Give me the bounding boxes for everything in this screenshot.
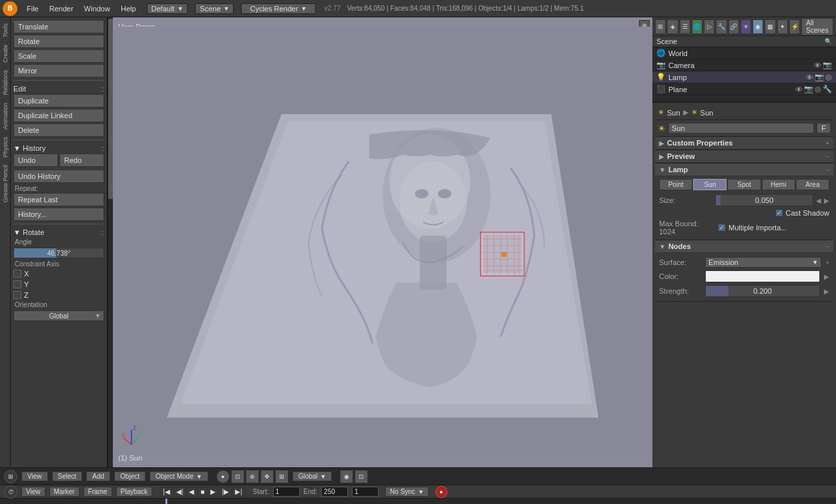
- x-checkbox[interactable]: [13, 270, 21, 278]
- menu-help[interactable]: Help: [116, 3, 142, 14]
- duplicate-linked-button[interactable]: Duplicate Linked: [13, 109, 104, 122]
- multiple-importa-checkbox[interactable]: ✓: [718, 224, 726, 232]
- layout-selector[interactable]: Default ▼: [147, 3, 188, 14]
- animation-tab[interactable]: Animation: [1, 99, 9, 132]
- right-toolbar-tex-btn[interactable]: ▦: [765, 19, 775, 34]
- engine-selector[interactable]: Cycles Render ▼: [241, 3, 315, 14]
- plane-render-icon[interactable]: 📷: [804, 85, 813, 93]
- timeline-icon[interactable]: ⏱: [4, 485, 17, 499]
- right-toolbar-display-btn[interactable]: ☰: [680, 19, 690, 34]
- left-panel-scrollbar[interactable]: [108, 17, 113, 467]
- timeline-ruler[interactable]: -50 -10 0 50 100 150 200 250 300: [0, 499, 836, 504]
- preview-header[interactable]: ▶ Preview −: [655, 150, 833, 163]
- strength-arrow[interactable]: ▶: [824, 288, 829, 295]
- physics-tab[interactable]: Physics: [1, 134, 9, 160]
- scene-selector[interactable]: Scene ▼: [195, 3, 234, 14]
- surface-dropdown[interactable]: Emission ▼: [705, 257, 821, 268]
- lamp-select-icon[interactable]: ◎: [825, 73, 832, 81]
- start-frame-input[interactable]: [273, 487, 300, 497]
- frame-end-btn[interactable]: ▶|: [232, 487, 245, 497]
- delete-button[interactable]: Delete: [13, 123, 104, 137]
- play-btn[interactable]: ▶: [208, 487, 218, 497]
- duplicate-button[interactable]: Duplicate: [13, 94, 104, 107]
- outliner-search[interactable]: 🔍: [825, 38, 832, 45]
- plane-row[interactable]: ⬛ Plane 👁 📷 ◎ 🔧: [652, 83, 836, 95]
- right-toolbar-mod-btn[interactable]: 🔧: [716, 19, 726, 34]
- undo-button[interactable]: Undo: [13, 154, 58, 167]
- right-toolbar-obj-btn[interactable]: ▷: [704, 19, 714, 34]
- strength-bar[interactable]: 0.200: [705, 285, 820, 297]
- frame-start-btn[interactable]: |◀: [160, 487, 173, 497]
- menu-window[interactable]: Window: [79, 3, 116, 14]
- right-toolbar-data-btn[interactable]: ☀: [741, 19, 751, 34]
- lamp-tab-spot[interactable]: Spot: [727, 179, 761, 190]
- rotate-section-header[interactable]: ▼ Rotate ::: [13, 227, 104, 238]
- right-toolbar-scene-btn[interactable]: ⊞: [655, 19, 666, 34]
- right-toolbar-world-btn[interactable]: 🌐: [692, 19, 702, 34]
- lamp-render-icon[interactable]: 📷: [815, 73, 824, 81]
- color-picker[interactable]: [705, 270, 820, 282]
- timeline-frame-btn[interactable]: Frame: [83, 487, 112, 497]
- size-arrow-right[interactable]: ▶: [824, 197, 829, 204]
- menu-render[interactable]: Render: [44, 3, 79, 14]
- view-menu[interactable]: View: [21, 471, 48, 481]
- gamepad-btn[interactable]: ⊡: [355, 470, 368, 483]
- plane-wrench-icon[interactable]: 🔧: [823, 85, 832, 93]
- z-checkbox[interactable]: [13, 291, 21, 299]
- history-btn[interactable]: History...: [13, 208, 104, 221]
- prev-keyframe-btn[interactable]: ◀|: [174, 487, 186, 497]
- lamp-tab-sun[interactable]: Sun: [693, 179, 726, 190]
- world-row[interactable]: 🌐 World: [652, 47, 836, 59]
- menu-file[interactable]: File: [21, 3, 44, 14]
- timeline-playback-btn[interactable]: Playback: [116, 487, 153, 497]
- lamp-row[interactable]: 💡 Lamp 👁 📷 ◎: [652, 71, 836, 83]
- global-selector-bottom[interactable]: Global ▼: [292, 471, 333, 481]
- right-toolbar-part-btn[interactable]: ✦: [777, 19, 788, 34]
- record-button[interactable]: ●: [435, 486, 447, 498]
- plane-eye-icon[interactable]: 👁: [795, 85, 803, 93]
- color-arrow[interactable]: ▶: [824, 273, 829, 280]
- lamp-tab-point[interactable]: Point: [659, 179, 692, 190]
- relations-tab[interactable]: Relations: [1, 67, 9, 98]
- all-scenes-button[interactable]: All Scenes: [801, 18, 833, 35]
- object-mode-selector[interactable]: Object Mode ▼: [150, 471, 208, 481]
- lamp-tab-area[interactable]: Area: [796, 179, 829, 190]
- scale-button[interactable]: Scale: [13, 49, 104, 63]
- translate-button[interactable]: Translate: [13, 20, 104, 33]
- select-menu[interactable]: Select: [52, 471, 83, 481]
- size-bar[interactable]: 0.050: [715, 194, 813, 206]
- undo-history-button[interactable]: Undo History: [13, 170, 104, 183]
- timeline-marker-btn[interactable]: Marker: [49, 487, 79, 497]
- timeline-view-btn[interactable]: View: [21, 487, 45, 497]
- transform-btn[interactable]: ✥: [260, 470, 274, 483]
- right-toolbar-render-btn[interactable]: ◈: [667, 19, 678, 34]
- edit-section-header[interactable]: Edit ::: [13, 83, 104, 94]
- cast-shadow-checkbox[interactable]: ✓: [775, 209, 783, 217]
- nodes-header[interactable]: ▼ Nodes −: [655, 240, 833, 253]
- play-back-btn[interactable]: ◀: [186, 487, 197, 497]
- create-tab[interactable]: Create: [1, 41, 9, 65]
- object-menu[interactable]: Object: [114, 471, 146, 481]
- f-button[interactable]: F: [817, 123, 831, 134]
- grease-pencil-tab[interactable]: Grease Pencil: [1, 162, 9, 206]
- history-section-header[interactable]: ▼ History ::: [13, 143, 104, 154]
- stop-btn[interactable]: ■: [198, 487, 207, 497]
- end-frame-input[interactable]: [321, 487, 348, 497]
- repeat-last-button[interactable]: Repeat Last: [13, 193, 104, 206]
- current-frame-input[interactable]: [352, 487, 379, 497]
- shading-wire-btn[interactable]: ⊡: [231, 470, 244, 483]
- mirror-button[interactable]: Mirror: [13, 64, 104, 77]
- angle-slider[interactable]: 46.738°: [13, 248, 104, 258]
- rotate-button[interactable]: Rotate: [13, 35, 104, 48]
- right-toolbar-mat-btn[interactable]: ◉: [753, 19, 763, 34]
- pivot-btn[interactable]: ⊕: [246, 470, 259, 483]
- lamp-eye-icon[interactable]: 👁: [806, 73, 813, 81]
- redo-button[interactable]: Redo: [59, 154, 104, 167]
- sun-name-input[interactable]: [668, 123, 814, 134]
- right-toolbar-constr-btn[interactable]: 🔗: [728, 19, 739, 34]
- surface-expand-icon[interactable]: +: [825, 259, 829, 266]
- prop-edit-btn[interactable]: ◉: [340, 470, 353, 483]
- right-toolbar-phys-btn[interactable]: ⚡: [789, 19, 800, 34]
- plane-select-icon[interactable]: ◎: [815, 85, 821, 93]
- camera-eye-icon[interactable]: 👁: [814, 61, 821, 69]
